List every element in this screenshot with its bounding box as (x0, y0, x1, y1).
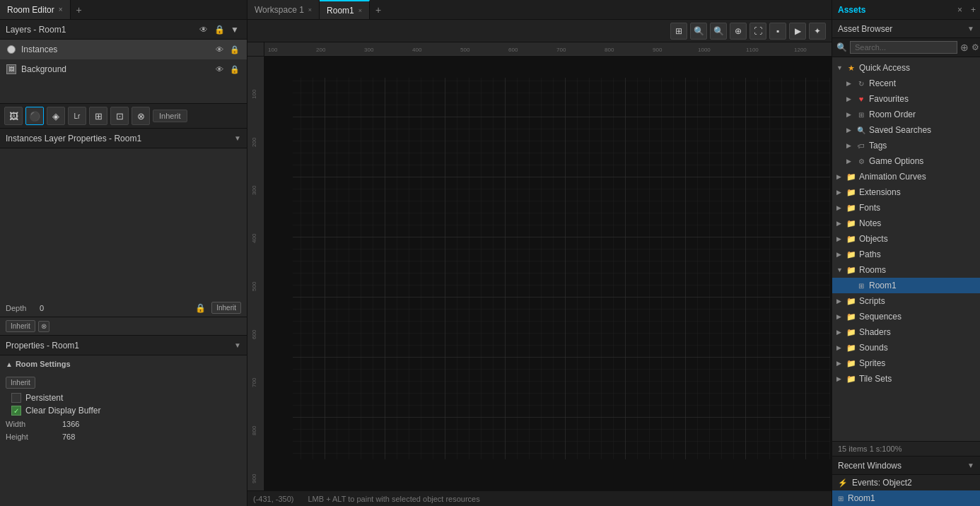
sequences-folder-icon: 📁 (846, 312, 856, 322)
sounds-folder-icon: 📁 (846, 343, 856, 353)
tags-icon: 🏷 (856, 141, 866, 151)
tree-item-tags[interactable]: ▶ 🏷 Tags (832, 138, 980, 153)
properties-header[interactable]: Properties - Room1 ▼ (0, 336, 247, 355)
tree-item-paths[interactable]: ▶ 📁 Paths (832, 247, 980, 262)
x-btn[interactable]: ⊗ (38, 321, 49, 332)
tree-item-notes[interactable]: ▶ 📁 Notes (832, 216, 980, 231)
layer-item-background[interactable]: 🖼 Background 👁 🔒 (0, 59, 247, 79)
tree-item-room-order[interactable]: ▶ ⊞ Room Order (832, 107, 980, 122)
canvas-zoom-out-btn[interactable]: 🔍 (690, 23, 707, 40)
tree-item-animation-curves[interactable]: ▶ 📁 Animation Curves (832, 169, 980, 184)
objects-label: Objects (859, 234, 976, 244)
center-tab-workspace[interactable]: Workspace 1 × (247, 0, 320, 19)
depth-lock-icon[interactable]: 🔒 (195, 303, 206, 313)
instances-props-arrow: ▼ (234, 134, 241, 142)
canvas-extra-btn[interactable]: ✦ (809, 23, 826, 40)
tool-grid-btn[interactable]: ⊡ (110, 107, 129, 125)
tool-lr-btn[interactable]: Lr (68, 107, 86, 125)
tool-image-btn[interactable]: 🖼 (4, 107, 23, 125)
svg-text:200: 200 (251, 137, 257, 147)
tool-add-btn[interactable]: ⊞ (89, 107, 107, 125)
instances-lock-icon[interactable]: 🔒 (228, 43, 241, 56)
room1-tab-close[interactable]: × (358, 7, 362, 14)
tool-instances-btn[interactable]: ⚫ (25, 107, 44, 125)
grid-canvas[interactable] (264, 57, 832, 490)
tree-item-favourites[interactable]: ▶ ♥ Favourites (832, 91, 980, 107)
scripts-folder-icon: 📁 (846, 296, 856, 306)
canvas-zoom-in-btn[interactable]: 🔍 (710, 23, 727, 40)
canvas-fullscreen-btn[interactable]: ⛶ (749, 23, 766, 40)
tree-item-objects[interactable]: ▶ 📁 Objects (832, 231, 980, 247)
search-filter-icon[interactable]: ⚙ (972, 42, 979, 52)
tree-item-fonts[interactable]: ▶ 📁 Fonts (832, 200, 980, 216)
layer-name-instances: Instances (21, 45, 209, 54)
tree-item-sprites[interactable]: ▶ 📁 Sprites (832, 355, 980, 371)
notes-arrow: ▶ (836, 220, 844, 227)
recent-item-events-object2[interactable]: ⚡ Events: Object2 (832, 475, 980, 490)
assets-tab-add[interactable]: + (967, 5, 980, 15)
tree-item-sequences[interactable]: ▶ 📁 Sequences (832, 309, 980, 324)
background-lock-icon[interactable]: 🔒 (228, 63, 241, 76)
workspace-tab-close[interactable]: × (308, 6, 312, 13)
layer-name-background: Background (21, 64, 209, 74)
clear-display-checkbox[interactable]: ✓ (11, 406, 21, 416)
canvas-hint: LMB + ALT to paint with selected object … (308, 495, 479, 503)
search-add-icon[interactable]: ⊕ (960, 42, 969, 53)
extensions-label: Extensions (859, 187, 976, 197)
room1-label: Room1 (869, 281, 976, 290)
quick-access-star-icon: ★ (846, 63, 856, 73)
tree-item-room1[interactable]: ⊞ Room1 (832, 278, 980, 293)
svg-rect-26 (293, 78, 830, 459)
recent-room1-label: Room1 (848, 493, 875, 503)
tree-item-sounds[interactable]: ▶ 📁 Sounds (832, 340, 980, 355)
center-tab-room1[interactable]: Room1 × (320, 0, 370, 19)
room-inherit-btn[interactable]: Inherit (6, 377, 35, 389)
persistent-row: Persistent (6, 393, 241, 403)
tree-item-extensions[interactable]: ▶ 📁 Extensions (832, 184, 980, 200)
recent-windows: Recent Windows ▼ ⚡ Events: Object2 ⊞ Roo… (832, 456, 980, 506)
layers-expand-icon[interactable]: ▼ (228, 23, 241, 36)
canvas-play-btn[interactable]: ▶ (789, 23, 806, 40)
canvas-zoom-fit-btn[interactable]: ⊕ (730, 23, 747, 40)
search-input[interactable] (850, 41, 957, 54)
tree-item-recent[interactable]: ▶ ↻ Recent (832, 76, 980, 91)
tree-item-saved-searches[interactable]: ▶ 🔍 Saved Searches (832, 122, 980, 138)
rooms-label: Rooms (859, 265, 976, 275)
inherit-small-btn[interactable]: Inherit (6, 320, 35, 332)
tree-item-quick-access[interactable]: ▼ ★ Quick Access (832, 60, 980, 76)
toolbar-inherit-btn[interactable]: Inherit (153, 110, 187, 122)
recent-item-room1[interactable]: ⊞ Room1 (832, 490, 980, 506)
depth-inherit-btn[interactable]: Inherit (211, 302, 241, 314)
instances-eye-icon[interactable]: 👁 (213, 43, 226, 56)
sequences-label: Sequences (859, 312, 976, 322)
saved-searches-label: Saved Searches (869, 125, 976, 135)
ruler-left: 100 200 300 400 500 600 700 800 900 (247, 57, 264, 490)
sequences-arrow: ▶ (836, 313, 844, 320)
assets-tab-close[interactable]: × (953, 5, 967, 15)
instances-props-header[interactable]: Instances Layer Properties - Room1 ▼ (0, 129, 247, 148)
svg-text:500: 500 (251, 281, 257, 291)
layers-eye-icon[interactable]: 👁 (197, 23, 210, 36)
tree-item-shaders[interactable]: ▶ 📁 Shaders (832, 324, 980, 340)
canvas-view-btn[interactable]: ▪ (769, 23, 786, 40)
recent-icon: ↻ (856, 78, 866, 88)
background-eye-icon[interactable]: 👁 (213, 63, 226, 76)
notes-folder-icon: 📁 (846, 218, 856, 228)
game-options-arrow: ▶ (846, 158, 853, 165)
layer-item-instances[interactable]: Instances 👁 🔒 (0, 40, 247, 59)
tree-item-rooms[interactable]: ▼ 📁 Rooms (832, 262, 980, 278)
tree-item-game-options[interactable]: ▶ ⚙ Game Options (832, 153, 980, 169)
tool-tiles-btn[interactable]: ◈ (47, 107, 65, 125)
canvas-area[interactable]: 100 200 300 400 500 600 700 800 900 1000… (247, 42, 832, 490)
persistent-checkbox[interactable] (11, 393, 21, 403)
center-tab-add[interactable]: + (370, 4, 387, 16)
left-tab-close[interactable]: × (59, 6, 63, 13)
canvas-grid-btn[interactable]: ⊞ (670, 23, 687, 40)
tree-item-tile-sets[interactable]: ▶ 📁 Tile Sets (832, 371, 980, 387)
layers-lock-icon[interactable]: 🔒 (213, 23, 226, 36)
left-tab-room-editor[interactable]: Room Editor × (0, 0, 71, 19)
tree-item-scripts[interactable]: ▶ 📁 Scripts (832, 293, 980, 309)
tool-delete-btn[interactable]: ⊗ (132, 107, 150, 125)
scripts-arrow: ▶ (836, 298, 844, 305)
left-tab-add[interactable]: + (71, 4, 88, 16)
